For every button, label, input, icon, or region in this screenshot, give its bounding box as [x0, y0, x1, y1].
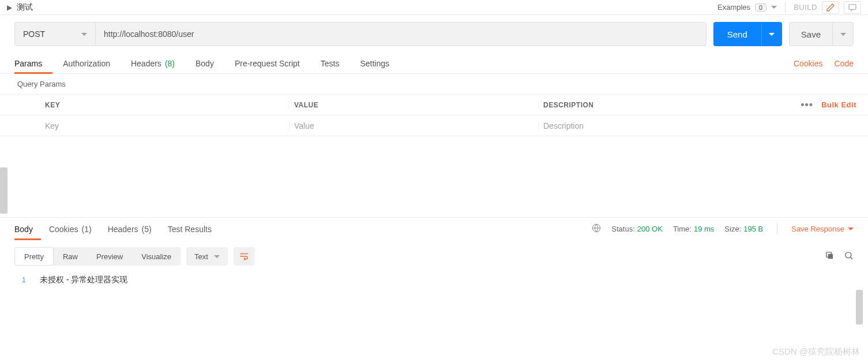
cookies-link[interactable]: Cookies: [794, 59, 823, 68]
column-value: VALUE: [290, 101, 539, 109]
chevron-down-icon: [840, 33, 846, 36]
method-select[interactable]: POST: [15, 23, 96, 46]
response-tab-body[interactable]: Body: [14, 218, 41, 240]
response-status-bar: Status:200 OK Time:19 ms Size:195 B Save…: [592, 223, 854, 235]
chevron-down-icon[interactable]: [771, 6, 777, 9]
request-tabs-right: Cookies Code: [794, 59, 854, 68]
params-table: KEY VALUE DESCRIPTION ••• Bulk Edit Key …: [0, 94, 868, 136]
line-text: 未授权 - 异常处理器实现: [40, 275, 127, 285]
table-actions: ••• Bulk Edit: [787, 99, 868, 111]
response-tab-headers[interactable]: Headers(5): [100, 218, 160, 240]
method-value: POST: [23, 29, 45, 39]
size-value: 195 B: [743, 225, 763, 233]
tab-authorization[interactable]: Authorization: [52, 53, 121, 73]
tab-body[interactable]: Body: [185, 53, 224, 73]
save-response-link[interactable]: Save Response: [791, 225, 854, 233]
column-key: KEY: [40, 101, 290, 109]
scrollbar-thumb[interactable]: [0, 167, 7, 214]
tab-title-group: ▶ 测试: [7, 2, 33, 13]
watermark: CSDN @猿究院杨树林: [772, 346, 860, 357]
send-dropdown[interactable]: [761, 22, 782, 46]
chevron-down-icon: [848, 227, 854, 230]
chevron-down-icon: [769, 33, 775, 36]
url-input-group: POST: [14, 22, 707, 46]
url-bar: POST Send Save: [0, 15, 868, 53]
chevron-down-icon: [81, 33, 87, 36]
comment-icon-button[interactable]: [844, 1, 861, 14]
view-visualize[interactable]: Visualize: [132, 247, 181, 266]
send-button-label: Send: [713, 22, 761, 46]
tab-prerequest[interactable]: Pre-request Script: [224, 53, 310, 73]
tab-settings[interactable]: Settings: [350, 53, 400, 73]
examples-label[interactable]: Examples: [717, 3, 750, 12]
time-value: 19 ms: [694, 225, 714, 233]
save-button-label: Save: [790, 23, 832, 46]
divider: [777, 223, 777, 235]
request-tab-title: 测试: [17, 2, 33, 13]
save-button[interactable]: Save: [789, 22, 854, 46]
toolbar-right: [825, 251, 854, 262]
edit-icon-button[interactable]: [822, 1, 839, 14]
more-icon[interactable]: •••: [801, 99, 813, 111]
svg-rect-0: [849, 4, 856, 9]
size-group: Size:195 B: [724, 225, 763, 233]
chevron-right-icon[interactable]: ▶: [7, 3, 12, 12]
line-number: 1: [14, 275, 26, 284]
globe-icon[interactable]: [592, 223, 601, 234]
save-dropdown[interactable]: [832, 23, 853, 46]
build-label: BUILD: [794, 3, 817, 12]
status-value: 200 OK: [637, 225, 663, 233]
key-input[interactable]: Key: [40, 121, 290, 130]
response-tab-tests[interactable]: Test Results: [160, 218, 220, 240]
send-button[interactable]: Send: [713, 22, 782, 46]
scrollbar-thumb[interactable]: [856, 290, 863, 324]
tab-header: ▶ 测试 Examples 0 BUILD: [0, 0, 868, 15]
response-body: 1 未授权 - 异常处理器实现: [0, 273, 868, 288]
tab-headers[interactable]: Headers(8): [121, 53, 185, 73]
tab-tests[interactable]: Tests: [310, 53, 350, 73]
view-raw[interactable]: Raw: [54, 247, 87, 266]
value-input[interactable]: Value: [290, 121, 539, 130]
response-header: Body Cookies(1) Headers(5) Test Results …: [0, 217, 868, 240]
response-toolbar: Pretty Raw Preview Visualize Text: [0, 240, 868, 273]
code-link[interactable]: Code: [835, 59, 854, 68]
tab-header-right: Examples 0 BUILD: [717, 1, 861, 14]
copy-icon[interactable]: [825, 251, 835, 262]
svg-point-4: [846, 252, 851, 258]
search-icon[interactable]: [844, 251, 854, 262]
code-line: 1 未授权 - 异常处理器实现: [14, 275, 854, 285]
view-mode-selector: Pretty Raw Preview Visualize: [14, 247, 181, 266]
svg-rect-2: [828, 254, 833, 259]
bulk-edit-link[interactable]: Bulk Edit: [821, 100, 856, 109]
column-description: DESCRIPTION: [539, 101, 787, 109]
request-tabs: Params Authorization Headers(8) Body Pre…: [0, 53, 868, 74]
response-tab-cookies[interactable]: Cookies(1): [41, 218, 100, 240]
chevron-down-icon: [214, 255, 220, 258]
examples-count-badge: 0: [755, 3, 766, 12]
params-header-row: KEY VALUE DESCRIPTION ••• Bulk Edit: [0, 95, 868, 115]
time-group: Time:19 ms: [673, 225, 714, 233]
tab-params[interactable]: Params: [14, 53, 52, 73]
view-preview[interactable]: Preview: [87, 247, 132, 266]
wrap-lines-button[interactable]: [234, 247, 254, 266]
params-input-row: Key Value Description: [0, 115, 868, 136]
url-input[interactable]: [96, 23, 706, 46]
view-pretty[interactable]: Pretty: [14, 247, 54, 266]
divider: [785, 2, 786, 13]
status-group: Status:200 OK: [611, 225, 663, 233]
query-params-label: Query Params: [0, 74, 868, 94]
format-select[interactable]: Text: [186, 247, 228, 266]
description-input[interactable]: Description: [539, 121, 787, 130]
